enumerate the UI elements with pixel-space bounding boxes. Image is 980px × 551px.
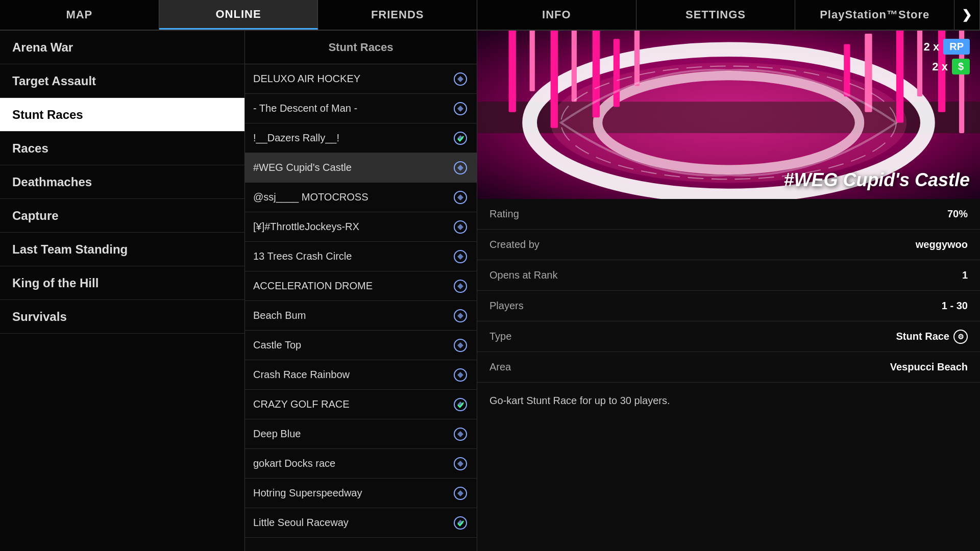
preview-area: 2 x RP 2 x $ #WEG Cupid's Castle — [477, 31, 980, 199]
nav-playstation-store[interactable]: PlayStation™Store — [795, 0, 954, 30]
created-by-row: Created by weggywoo — [477, 230, 980, 260]
race-item-dazers[interactable]: !__Dazers Rally__! — [245, 123, 477, 153]
opens-at-rank-row: Opens at Rank 1 — [477, 260, 980, 291]
race-item-descent[interactable]: - The Descent of Man - — [245, 94, 477, 123]
race-type-icon-verified — [452, 396, 469, 413]
area-label: Area — [489, 361, 511, 373]
rp-multiplier: 2 x — [924, 40, 940, 54]
race-type-icon — [452, 456, 469, 472]
race-type-icon — [452, 101, 469, 117]
race-type-icon — [452, 219, 469, 235]
svg-rect-24 — [572, 31, 577, 102]
race-item-crazy-golf[interactable]: CRAZY GOLF RACE — [245, 390, 477, 419]
race-label: !__Dazers Rally__! — [253, 132, 448, 144]
opens-at-rank-value: 1 — [962, 269, 968, 281]
race-label: Crash Race Rainbow — [253, 369, 448, 381]
main-layout: Arena War Target Assault Stunt Races Rac… — [0, 31, 980, 551]
nav-more[interactable]: ❯ — [954, 0, 980, 30]
players-value: 1 - 30 — [942, 300, 968, 312]
race-type-icon — [452, 248, 469, 265]
race-label: 13 Trees Crash Circle — [253, 251, 448, 262]
left-panel: Arena War Target Assault Stunt Races Rac… — [0, 31, 245, 551]
middle-header: Stunt Races — [245, 31, 477, 64]
svg-rect-25 — [593, 31, 600, 117]
race-label: @ssj____ MOTOCROSS — [253, 191, 448, 203]
type-row: Type Stunt Race ⚙ — [477, 321, 980, 352]
race-type-icon — [452, 426, 469, 442]
rating-row: Rating 70% — [477, 199, 980, 230]
race-label: #WEG Cupid's Castle — [253, 162, 448, 173]
race-item-acceleration-drome[interactable]: ACCELERATION DROME — [245, 271, 477, 301]
race-item-gokart-docks[interactable]: gokart Docks race — [245, 449, 477, 479]
race-type-icon — [452, 189, 469, 206]
cash-badge: $ — [952, 59, 970, 74]
rp-badge-row: 2 x RP — [924, 39, 970, 55]
race-label: CRAZY GOLF RACE — [253, 398, 448, 410]
cash-badge-row: 2 x $ — [932, 59, 970, 74]
left-item-target-assault[interactable]: Target Assault — [0, 64, 244, 98]
right-panel: 2 x RP 2 x $ #WEG Cupid's Castle Rating … — [477, 31, 980, 551]
race-label: Castle Top — [253, 339, 448, 351]
nav-map[interactable]: MAP — [0, 0, 159, 30]
race-item-beach-bum[interactable]: Beach Bum — [245, 301, 477, 331]
created-by-label: Created by — [489, 239, 540, 251]
left-item-arena-war[interactable]: Arena War — [0, 31, 244, 64]
description-text: Go-kart Stunt Race for up to 30 players. — [477, 383, 980, 418]
race-item-weg-cupid[interactable]: #WEG Cupid's Castle — [245, 153, 477, 183]
right-info: Rating 70% Created by weggywoo Opens at … — [477, 199, 980, 551]
race-label: [¥]#ThrottleJockeys-RX — [253, 221, 448, 233]
bonus-badges: 2 x RP 2 x $ — [924, 39, 970, 74]
nav-online[interactable]: ONLINE — [159, 0, 318, 30]
left-item-races[interactable]: Races — [0, 132, 244, 165]
race-label: gokart Docks race — [253, 458, 448, 469]
left-item-deathmaches[interactable]: Deathmaches — [0, 165, 244, 199]
race-type-icon — [452, 485, 469, 502]
left-item-capture[interactable]: Capture — [0, 199, 244, 233]
area-value: Vespucci Beach — [890, 361, 968, 373]
svg-rect-31 — [865, 34, 872, 112]
rating-label: Rating — [489, 208, 519, 220]
preview-title: #WEG Cupid's Castle — [783, 169, 970, 191]
rp-badge: RP — [943, 39, 970, 55]
area-row: Area Vespucci Beach — [477, 352, 980, 383]
race-item-throttle-jockeys[interactable]: [¥]#ThrottleJockeys-RX — [245, 212, 477, 242]
svg-rect-26 — [896, 31, 903, 122]
race-type-icon — [452, 367, 469, 383]
race-type-icon — [452, 160, 469, 176]
race-item-deluxo[interactable]: DELUXO AIR HOCKEY — [245, 64, 477, 94]
race-label: Little Seoul Raceway — [253, 517, 448, 529]
type-value: Stunt Race ⚙ — [896, 330, 968, 344]
svg-rect-23 — [551, 31, 558, 128]
race-label: Beach Bum — [253, 310, 448, 321]
race-item-hotring[interactable]: Hotring Superspeedway — [245, 479, 477, 508]
cash-multiplier: 2 x — [932, 60, 948, 73]
race-type-icon — [452, 308, 469, 324]
race-item-ssj-motocross[interactable]: @ssj____ MOTOCROSS — [245, 183, 477, 212]
svg-point-20 — [551, 62, 907, 183]
race-item-castle-top[interactable]: Castle Top — [245, 331, 477, 360]
left-item-king-of-the-hill[interactable]: King of the Hill — [0, 266, 244, 300]
rating-value: 70% — [947, 208, 968, 220]
race-item-deep-blue[interactable]: Deep Blue — [245, 419, 477, 449]
left-item-survivals[interactable]: Survivals — [0, 300, 244, 334]
type-label: Type — [489, 331, 511, 342]
top-navigation: MAP ONLINE FRIENDS INFO SETTINGS PlaySta… — [0, 0, 980, 31]
race-item-crash-race-rainbow[interactable]: Crash Race Rainbow — [245, 360, 477, 390]
players-row: Players 1 - 30 — [477, 291, 980, 321]
left-item-last-team-standing[interactable]: Last Team Standing — [0, 233, 244, 266]
players-label: Players — [489, 300, 524, 312]
svg-rect-22 — [530, 31, 535, 91]
svg-rect-33 — [634, 31, 640, 86]
race-type-icon-verified — [452, 130, 469, 146]
nav-info[interactable]: INFO — [477, 0, 636, 30]
created-by-value: weggywoo — [916, 239, 968, 251]
svg-rect-27 — [917, 31, 922, 96]
nav-settings[interactable]: SETTINGS — [636, 0, 796, 30]
svg-rect-32 — [614, 39, 620, 107]
race-item-little-seoul[interactable]: Little Seoul Raceway — [245, 508, 477, 538]
race-label: ACCELERATION DROME — [253, 280, 448, 292]
left-item-stunt-races[interactable]: Stunt Races — [0, 98, 244, 132]
svg-rect-21 — [509, 31, 516, 112]
race-item-13-trees[interactable]: 13 Trees Crash Circle — [245, 242, 477, 271]
nav-friends[interactable]: FRIENDS — [318, 0, 477, 30]
